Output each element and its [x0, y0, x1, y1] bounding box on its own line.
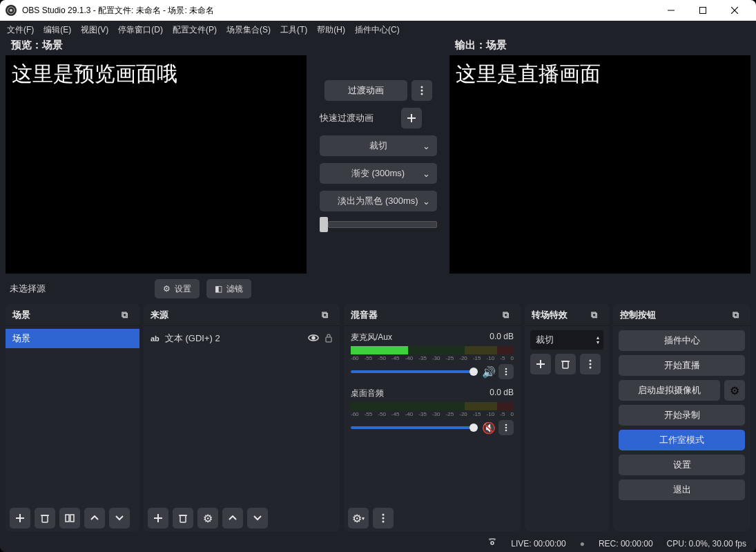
svg-rect-3 — [700, 8, 706, 14]
controls-title: 控制按钮 — [620, 309, 656, 321]
tbar-handle[interactable] — [320, 217, 328, 232]
meter-ticks: -60-55-50-45-40-35-30-25-20-15-10-50 — [351, 411, 514, 417]
menu-scene-collection[interactable]: 场景集合(S) — [226, 24, 271, 36]
program-canvas[interactable]: 这里是直播画面 — [449, 55, 750, 274]
remove-scene-button[interactable] — [35, 508, 55, 529]
remove-source-button[interactable] — [173, 508, 193, 529]
popout-icon[interactable]: ⧉ — [591, 310, 602, 321]
record-dot-icon: ● — [580, 539, 585, 549]
rec-status: REC: 00:00:00 — [599, 539, 653, 549]
transition-column: 过渡动画 快速过渡动画 裁切 ⌄ 渐变 (300ms) — [307, 39, 449, 274]
mixer-options-button[interactable] — [498, 420, 514, 435]
remove-transition-button[interactable] — [555, 354, 576, 374]
preview-canvas[interactable]: 这里是预览画面哦 — [6, 55, 307, 274]
menu-file[interactable]: 文件(F) — [7, 24, 34, 36]
plugin-center-button[interactable]: 插件中心 — [619, 330, 745, 351]
svg-point-38 — [590, 363, 592, 365]
close-button[interactable] — [719, 0, 750, 21]
chevron-down-icon: ⌄ — [423, 141, 430, 151]
menu-tools[interactable]: 工具(T) — [280, 24, 307, 36]
tbar-track — [328, 221, 437, 228]
svg-point-24 — [505, 368, 507, 370]
speaker-icon[interactable]: 🔊 — [482, 365, 494, 379]
menu-dock[interactable]: 停靠窗口(D) — [118, 24, 163, 36]
svg-point-32 — [382, 521, 385, 523]
mixer-title: 混音器 — [351, 309, 378, 321]
speaker-muted-icon[interactable]: 🔇 — [482, 421, 494, 435]
transitions-panel: 转场特效 ⧉ 裁切 ▴▾ — [525, 304, 609, 531]
mixer-options-button[interactable] — [498, 364, 514, 379]
transition-button[interactable]: 过渡动画 — [324, 80, 407, 101]
quick-trans-select-2[interactable]: 渐变 (300ms) ⌄ — [320, 163, 437, 184]
preview-label: 预览：场景 — [6, 39, 307, 55]
svg-rect-35 — [563, 361, 568, 368]
source-up-button[interactable] — [222, 508, 243, 529]
scene-item[interactable]: 场景 — [6, 329, 139, 348]
mixer-menu-button[interactable] — [373, 508, 394, 529]
network-icon — [487, 538, 497, 550]
transition-props-button[interactable] — [580, 354, 601, 374]
add-scene-button[interactable] — [10, 508, 30, 529]
minimize-button[interactable] — [655, 0, 687, 21]
volume-slider[interactable] — [351, 370, 478, 373]
gear-icon: ⚙ — [163, 284, 171, 294]
add-quick-transition-button[interactable] — [401, 108, 422, 129]
vcam-settings-button[interactable]: ⚙ — [724, 380, 745, 401]
transitions-title: 转场特效 — [532, 309, 568, 321]
quick-trans-select-1[interactable]: 裁切 ⌄ — [320, 135, 437, 156]
mixer-advanced-button[interactable]: ⚙▾ — [348, 508, 369, 529]
add-source-button[interactable] — [148, 508, 168, 529]
menu-plugin-center[interactable]: 插件中心(C) — [355, 24, 400, 36]
source-properties-button[interactable]: ⚙ — [197, 508, 218, 529]
svg-point-7 — [420, 90, 423, 92]
scene-filter-button[interactable] — [59, 508, 80, 529]
menu-edit[interactable]: 编辑(E) — [43, 24, 71, 36]
preview-text: 这里是预览画面哦 — [6, 56, 183, 273]
no-selection-label: 未选择源 — [10, 283, 148, 295]
start-record-button[interactable]: 开始录制 — [619, 405, 745, 426]
popout-icon[interactable]: ⧉ — [733, 310, 744, 321]
tbar-slider[interactable] — [320, 218, 437, 231]
quick-trans-select-3[interactable]: 淡出为黑色 (300ms) ⌄ — [320, 191, 437, 211]
meter-ticks: -60-55-50-45-40-35-30-25-20-15-10-50 — [351, 355, 514, 361]
start-stream-button[interactable]: 开始直播 — [619, 355, 745, 376]
menu-view[interactable]: 视图(V) — [81, 24, 108, 36]
add-transition-button[interactable] — [530, 354, 551, 374]
mixer-panel: 混音器 ⧉ 麦克风/Aux 0.0 dB -60-55- — [344, 304, 521, 531]
volume-slider[interactable] — [351, 426, 478, 429]
program-text: 这里是直播画面 — [450, 56, 606, 273]
popout-icon[interactable]: ⧉ — [503, 310, 514, 321]
updown-icon: ▴▾ — [597, 335, 599, 345]
popout-icon[interactable]: ⧉ — [122, 310, 133, 321]
source-settings-button[interactable]: ⚙ 设置 — [155, 279, 200, 298]
menu-help[interactable]: 帮助(H) — [317, 24, 345, 36]
transition-options-button[interactable] — [411, 80, 432, 101]
eye-icon[interactable] — [308, 334, 319, 344]
studio-mode-button[interactable]: 工作室模式 — [619, 430, 745, 450]
maximize-button[interactable] — [687, 0, 719, 21]
exit-button[interactable]: 退出 — [619, 479, 745, 500]
source-toolbar: 未选择源 ⚙ 设置 ◧ 滤镜 — [0, 274, 756, 304]
volume-knob[interactable] — [469, 423, 478, 432]
svg-point-29 — [505, 430, 507, 432]
text-source-icon: ab — [151, 334, 159, 343]
svg-rect-16 — [70, 515, 74, 522]
start-vcam-button[interactable]: 启动虚拟摄像机 — [619, 380, 720, 401]
transition-select[interactable]: 裁切 ▴▾ — [530, 330, 603, 350]
volume-knob[interactable] — [469, 368, 478, 376]
lock-icon[interactable] — [324, 333, 333, 345]
source-down-button[interactable] — [247, 508, 268, 529]
scene-down-button[interactable] — [109, 508, 130, 529]
sources-panel: 来源 ⧉ ab 文本 (GDI+) 2 — [144, 304, 340, 531]
scenes-title: 场景 — [12, 309, 30, 321]
scene-up-button[interactable] — [84, 508, 105, 529]
mixer-channel-name: 麦克风/Aux — [351, 332, 392, 343]
menu-profile[interactable]: 配置文件(P) — [173, 24, 217, 36]
source-item-label: 文本 (GDI+) 2 — [165, 332, 220, 345]
svg-point-18 — [312, 336, 315, 339]
mixer-channel-mic: 麦克风/Aux 0.0 dB -60-55-50-45-40-35-30-25-… — [344, 329, 521, 385]
source-filters-button[interactable]: ◧ 滤镜 — [206, 279, 251, 298]
source-item[interactable]: ab 文本 (GDI+) 2 — [144, 329, 340, 348]
popout-icon[interactable]: ⧉ — [322, 310, 333, 321]
settings-button[interactable]: 设置 — [619, 455, 745, 475]
